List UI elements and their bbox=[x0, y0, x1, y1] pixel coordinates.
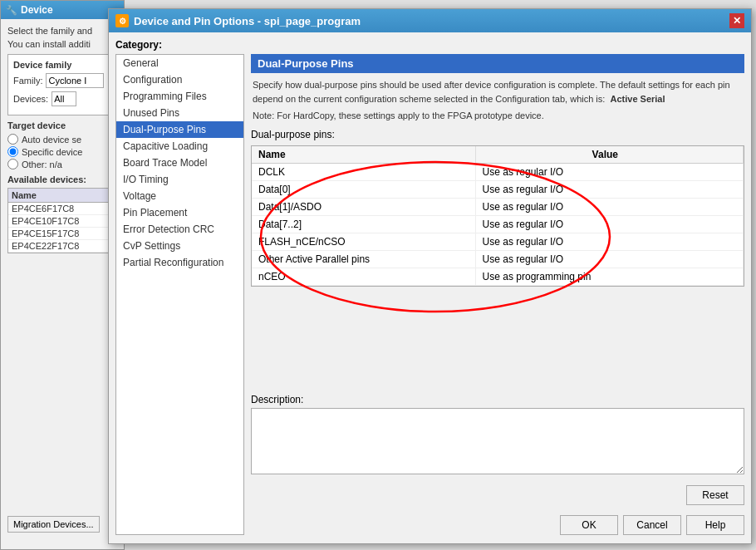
row-value-data1: Use as regular I/O bbox=[475, 199, 743, 216]
row-name-dclk: DCLK bbox=[252, 164, 475, 181]
cat-io-timing[interactable]: I/O Timing bbox=[116, 171, 243, 188]
family-input[interactable] bbox=[46, 73, 104, 88]
row-value-nceo: Use as programming pin bbox=[475, 268, 743, 286]
row-value-dclk: Use as regular I/O bbox=[475, 164, 743, 181]
devices-input[interactable] bbox=[52, 91, 76, 106]
table-row[interactable]: nCEO Use as programming pin bbox=[252, 268, 744, 286]
device-row-2[interactable]: EP4CE10F17C8 bbox=[8, 215, 116, 228]
cat-cvp-settings[interactable]: CvP Settings bbox=[116, 238, 243, 254]
migration-devices-button[interactable]: Migration Devices... bbox=[7, 516, 100, 533]
dialog-body: Category: General Configuration Programm… bbox=[109, 32, 751, 542]
category-list: General Configuration Programming Files … bbox=[115, 54, 244, 535]
cat-capacitive-loading[interactable]: Capacitive Loading bbox=[116, 138, 243, 155]
dialog-title: Device and Pin Options - spi_page_progra… bbox=[134, 15, 361, 27]
reset-button[interactable]: Reset bbox=[686, 485, 744, 505]
cat-configuration[interactable]: Configuration bbox=[116, 71, 243, 88]
device-row-4[interactable]: EP4CE22F17C8 bbox=[8, 240, 116, 253]
cat-programming-files[interactable]: Programming Files bbox=[116, 88, 243, 105]
table-row[interactable]: Data[0] Use as regular I/O bbox=[252, 181, 744, 199]
device-family-label: Device family bbox=[13, 60, 111, 70]
main-dialog: ⚙ Device and Pin Options - spi_page_prog… bbox=[108, 8, 752, 544]
description-textarea[interactable] bbox=[251, 408, 744, 474]
ok-button[interactable]: OK bbox=[560, 515, 618, 535]
devices-table-header: Name bbox=[8, 189, 116, 203]
cat-voltage[interactable]: Voltage bbox=[116, 188, 243, 204]
bg-title-icon: 🔧 bbox=[6, 5, 17, 16]
other-radio-label: Other: n/a bbox=[22, 160, 62, 169]
titlebar-left: ⚙ Device and Pin Options - spi_page_prog… bbox=[115, 14, 361, 27]
dialog-content: General Configuration Programming Files … bbox=[115, 54, 744, 535]
cat-dual-purpose-pins[interactable]: Dual-Purpose Pins bbox=[116, 121, 243, 138]
specific-radio-label: Specific device bbox=[22, 147, 82, 157]
dual-purpose-pins-label: Dual-purpose pins: bbox=[251, 129, 744, 140]
help-button[interactable]: Help bbox=[686, 515, 744, 535]
row-name-data7: Data[7..2] bbox=[252, 216, 475, 233]
table-row[interactable]: Data[7..2] Use as regular I/O bbox=[252, 216, 744, 233]
bg-title-text: Device bbox=[21, 4, 53, 16]
device-row-3[interactable]: EP4CE15F17C8 bbox=[8, 228, 116, 240]
cat-unused-pins[interactable]: Unused Pins bbox=[116, 105, 243, 121]
target-device-label: Target device bbox=[7, 120, 117, 130]
category-label: Category: bbox=[115, 39, 744, 51]
table-header-value: Value bbox=[475, 146, 743, 164]
panel-title: Dual-Purpose Pins bbox=[251, 54, 744, 73]
close-button[interactable]: ✕ bbox=[729, 13, 744, 28]
row-value-data0: Use as regular I/O bbox=[475, 181, 743, 199]
auto-radio-label: Auto device se bbox=[22, 135, 81, 145]
cat-error-detection[interactable]: Error Detection CRC bbox=[116, 221, 243, 238]
available-devices-label: Available devices: bbox=[7, 174, 117, 184]
row-name-other: Other Active Parallel pins bbox=[252, 251, 475, 268]
description-section: Description: bbox=[251, 394, 744, 477]
row-name-flash: FLASH_nCE/nCSO bbox=[252, 233, 475, 251]
bg-titlebar: 🔧 Device bbox=[1, 1, 124, 19]
cat-pin-placement[interactable]: Pin Placement bbox=[116, 204, 243, 221]
table-row[interactable]: Data[1]/ASDO Use as regular I/O bbox=[252, 199, 744, 216]
device-row-1[interactable]: EP4CE6F17C8 bbox=[8, 203, 116, 215]
family-label: Family: bbox=[13, 76, 42, 86]
devices-label: Devices: bbox=[13, 94, 48, 104]
dual-purpose-table-wrapper: Name Value DCLK Use as regular I/O bbox=[251, 145, 744, 287]
row-name-data1: Data[1]/ASDO bbox=[252, 199, 475, 216]
dialog-buttons: OK Cancel Help bbox=[251, 510, 744, 535]
specific-radio[interactable] bbox=[7, 146, 18, 157]
row-value-other: Use as regular I/O bbox=[475, 251, 743, 268]
table-row[interactable]: DCLK Use as regular I/O bbox=[252, 164, 744, 181]
table-header-name: Name bbox=[252, 146, 475, 164]
cat-board-trace-model[interactable]: Board Trace Model bbox=[116, 155, 243, 171]
bg-body-text1: Select the family and bbox=[7, 26, 117, 36]
cat-partial-reconfiguration[interactable]: Partial Reconfiguration bbox=[116, 254, 243, 271]
row-value-data7: Use as regular I/O bbox=[475, 216, 743, 233]
row-name-nceo: nCEO bbox=[252, 268, 475, 286]
devices-table: Name EP4CE6F17C8 EP4CE10F17C8 EP4CE15F17… bbox=[7, 188, 117, 253]
dual-purpose-table: Name Value DCLK Use as regular I/O bbox=[252, 146, 744, 286]
bg-body-text2: You can install additi bbox=[7, 39, 117, 49]
cat-general[interactable]: General bbox=[116, 55, 243, 71]
row-value-flash: Use as regular I/O bbox=[475, 233, 743, 251]
row-name-data0: Data[0] bbox=[252, 181, 475, 199]
other-radio[interactable] bbox=[7, 159, 18, 169]
description-label: Description: bbox=[251, 394, 744, 405]
dialog-titlebar: ⚙ Device and Pin Options - spi_page_prog… bbox=[109, 9, 751, 32]
panel-description: Specify how dual-purpose pins should be … bbox=[251, 78, 744, 106]
right-panel: Dual-Purpose Pins Specify how dual-purpo… bbox=[251, 54, 744, 535]
table-row[interactable]: Other Active Parallel pins Use as regula… bbox=[252, 251, 744, 268]
table-row[interactable]: FLASH_nCE/nCSO Use as regular I/O bbox=[252, 233, 744, 251]
panel-note: Note: For HardCopy, these settings apply… bbox=[251, 110, 744, 120]
bg-device-window: 🔧 Device Select the family and You can i… bbox=[0, 0, 125, 550]
migration-btn-area: Migration Devices... bbox=[7, 516, 100, 533]
auto-radio[interactable] bbox=[7, 134, 18, 145]
cancel-button[interactable]: Cancel bbox=[623, 515, 681, 535]
dialog-title-icon: ⚙ bbox=[115, 14, 129, 27]
